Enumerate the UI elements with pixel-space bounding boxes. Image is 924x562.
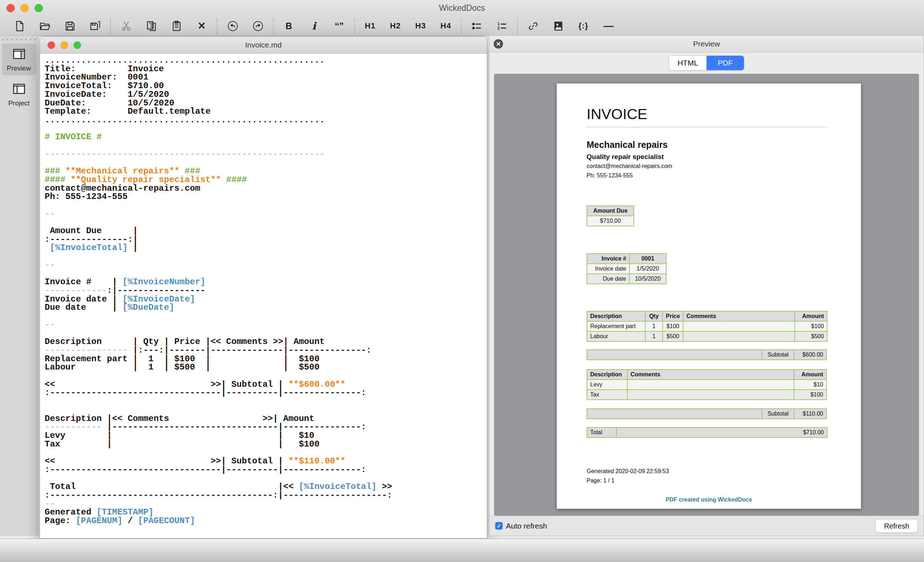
extras-header: Description	[587, 369, 627, 380]
auto-refresh-label: Auto refresh	[506, 522, 547, 530]
editor-line: #### **Quality repair specialist** ####	[45, 176, 392, 184]
copy-icon[interactable]	[142, 18, 160, 34]
editor-line	[45, 448, 392, 457]
save-as-icon[interactable]	[86, 18, 104, 34]
editor-titlebar[interactable]: Invoice.md	[40, 37, 487, 54]
editor-line: InvoiceTotal: $710.00	[45, 82, 392, 90]
editor-line: ........................................…	[45, 56, 392, 65]
items-cell: Replacement part	[587, 321, 645, 331]
code-icon[interactable]: {:}	[575, 18, 592, 34]
editor-line	[45, 474, 392, 483]
toolbar-separator	[217, 18, 218, 34]
link-icon[interactable]	[524, 18, 542, 34]
editor-line: --	[45, 261, 392, 269]
subtotal-label: Subtotal	[762, 350, 794, 360]
editor-line: Levy | | $10	[45, 431, 392, 440]
preview-title: Preview	[489, 40, 924, 48]
extras-cell	[627, 380, 794, 390]
new-document-icon[interactable]	[11, 18, 28, 34]
h2-icon[interactable]: H2	[387, 18, 404, 34]
refresh-button[interactable]: Refresh	[875, 519, 918, 533]
editor-content[interactable]: ........................................…	[45, 56, 392, 525]
editor-line: :---------------:|	[45, 235, 392, 244]
amount-due-value: $710.00	[587, 216, 634, 226]
cut-icon[interactable]	[117, 18, 135, 34]
invoice-info-value: 10/5/2020	[630, 274, 666, 284]
app-window: WickedDocs ✕Bi“”H1H2H3H412{:}— PreviewPr…	[0, 0, 924, 562]
editor-line: ----------------------------------------…	[45, 150, 392, 158]
pdf-title-rule	[586, 126, 827, 128]
save-icon[interactable]	[61, 18, 78, 34]
subtotal-value: $110.00	[794, 409, 826, 419]
h1-icon[interactable]: H1	[362, 18, 379, 34]
editor-line: Description | Qty | Price |<< Comments >…	[45, 338, 392, 346]
editor-line	[45, 124, 392, 133]
italic-icon[interactable]: i	[305, 18, 322, 34]
toolbar: ✕Bi“”H1H2H3H412{:}—	[11, 16, 625, 35]
editor-line: [%InvoiceTotal] |	[45, 244, 392, 252]
editor-line: Template: Default.template	[45, 107, 392, 116]
items-cell: $500	[663, 331, 683, 341]
items-header: Price	[663, 311, 683, 321]
editor-line	[45, 372, 392, 380]
extras-cell: Levy	[587, 380, 627, 390]
editor-line: ---------------- |:---:|-------|--------…	[45, 346, 392, 355]
editor-line: Labour | 1 | $500 | | $500	[45, 363, 392, 372]
editor-line: Invoice date | [%InvoiceDate]	[45, 295, 392, 303]
app-title: WickedDocs	[0, 3, 924, 13]
editor-document-title: Invoice.md	[40, 41, 487, 49]
editor-line: << >>| Subtotal | **$110.00**	[45, 457, 392, 466]
tab-html[interactable]: HTML	[669, 56, 706, 70]
editor-line	[45, 141, 392, 150]
h3-icon[interactable]: H3	[412, 18, 429, 34]
paste-icon[interactable]	[168, 18, 185, 34]
window-bottom-strip	[0, 539, 924, 562]
pdf-phone: Ph: 555-1234-555	[586, 172, 633, 179]
pdf-created-link[interactable]: PDF created using WickedDocs	[557, 496, 861, 503]
tab-pdf[interactable]: PDF	[706, 56, 744, 70]
pdf-items-subtotal-row: Subtotal$600.00	[586, 349, 827, 360]
h4-icon[interactable]: H4	[437, 18, 454, 34]
bold-icon[interactable]: B	[280, 18, 297, 34]
pdf-page: INVOICE Mechanical repairs Quality repai…	[557, 84, 861, 509]
sidebar-item-preview[interactable]: Preview	[2, 43, 36, 75]
editor-line: Title: Invoice	[45, 65, 392, 73]
toolbar-separator	[517, 18, 518, 34]
undo-icon[interactable]	[224, 18, 241, 34]
items-cell: 1	[645, 321, 663, 331]
items-cell: $500	[795, 331, 827, 341]
editor-line: Generated [TIMESTAMP]	[45, 508, 392, 517]
delete-icon[interactable]: ✕	[193, 18, 210, 34]
editor-line: ### **Mechanical repairs** ###	[45, 167, 392, 176]
items-cell	[683, 331, 795, 341]
pdf-invoice-info-table: Invoice #0001Invoice date1/5/2020Due dat…	[586, 253, 666, 284]
bullet-list-icon[interactable]	[468, 18, 485, 34]
sidebar-drag-handle[interactable]	[0, 36, 38, 40]
editor-line	[45, 269, 392, 278]
image-icon[interactable]	[549, 18, 567, 34]
pdf-viewer-area[interactable]: INVOICE Mechanical repairs Quality repai…	[494, 74, 919, 516]
editor-line: contact@mechanical-repairs.com	[45, 184, 392, 193]
pdf-generated-timestamp: Generated 2020-02-09 22:59:53	[586, 468, 669, 475]
editor-line: InvoiceDate: 1/5/2020	[45, 90, 392, 99]
items-header: Amount	[795, 311, 827, 321]
editor-line: Ph: 555-1234-555	[45, 193, 392, 201]
sidebar-item-project[interactable]: Project	[2, 78, 36, 110]
editor-line: DueDate: 10/5/2020	[45, 99, 392, 108]
invoice-info-label: Invoice date	[587, 264, 630, 274]
invoice-number-value: 0001	[630, 254, 666, 264]
editor-line: ------------:|-----------------	[45, 286, 392, 295]
toolbar-separator	[273, 18, 274, 34]
sidebar: PreviewProject	[0, 36, 38, 536]
open-icon[interactable]	[36, 18, 53, 34]
auto-refresh-checkbox[interactable]: ✓	[495, 522, 503, 530]
horizontal-rule-icon[interactable]: —	[600, 18, 617, 34]
pdf-contact-email: contact@mechanical-repairs.com	[586, 163, 672, 169]
redo-icon[interactable]	[249, 18, 267, 34]
items-header: Comments	[683, 311, 795, 321]
numbered-list-icon[interactable]: 12	[494, 18, 511, 34]
quote-icon[interactable]: “”	[331, 18, 348, 34]
toolbar-separator	[461, 18, 462, 34]
editor-line: :---------------------------------|-----…	[45, 389, 392, 397]
extras-cell	[627, 390, 794, 400]
